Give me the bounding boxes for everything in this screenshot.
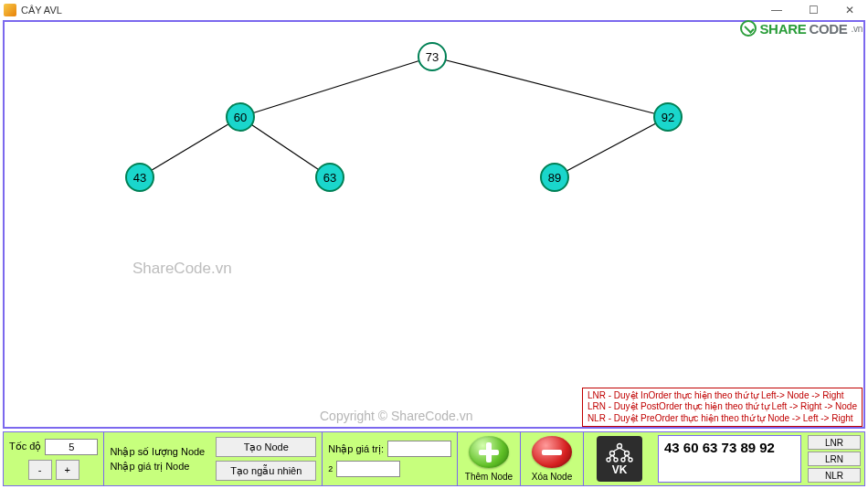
control-bar: Tốc độ - + Nhập số lượng Node Nhập giá t… bbox=[3, 431, 865, 486]
vk-panel: VK bbox=[583, 432, 655, 485]
vk-text: VK bbox=[612, 463, 628, 476]
tree-node-92[interactable]: 92 bbox=[654, 103, 682, 131]
window-controls: — ☐ ✕ bbox=[758, 0, 868, 20]
tree-icon bbox=[606, 442, 633, 462]
tree-edge bbox=[566, 123, 656, 171]
input-value2-prefix: 2 bbox=[328, 464, 333, 473]
svg-text:63: 63 bbox=[323, 171, 336, 185]
app-icon bbox=[4, 4, 16, 16]
tree-node-89[interactable]: 89 bbox=[541, 164, 568, 191]
brand-tld: .vn bbox=[852, 24, 863, 34]
svg-text:89: 89 bbox=[548, 171, 561, 185]
tree-node-63[interactable]: 63 bbox=[316, 164, 344, 191]
delete-node-button[interactable] bbox=[532, 436, 572, 468]
brand-part-a: SHARE bbox=[759, 21, 806, 37]
svg-line-20 bbox=[619, 448, 626, 452]
tree-node-73[interactable]: 73 bbox=[418, 43, 446, 70]
legend-lrn: LRN - Duyệt PostOrder thực hiện theo thứ… bbox=[587, 401, 857, 413]
delete-panel: Xóa Node bbox=[520, 432, 583, 485]
tree-edge bbox=[446, 60, 655, 114]
tree-canvas: 736092436389 ShareCode.vn bbox=[3, 20, 865, 429]
svg-text:73: 73 bbox=[426, 50, 439, 64]
create-random-button[interactable]: Tạo ngẫu nhiên bbox=[216, 461, 316, 481]
tree-edge bbox=[251, 124, 318, 169]
traversal-result: 43 60 63 73 89 92 bbox=[658, 435, 801, 483]
svg-point-18 bbox=[629, 458, 632, 462]
legend-nlr: NLR - Duyệt PreOrder thực hiện theo thứ … bbox=[587, 413, 857, 425]
vk-badge[interactable]: VK bbox=[597, 436, 642, 482]
window-titlebar: CÂY AVL — ☐ ✕ bbox=[0, 0, 868, 20]
traversal-legend: LNR - Duyệt InOrder thực hiện theo thứ t… bbox=[582, 388, 863, 428]
tree-node-60[interactable]: 60 bbox=[227, 103, 254, 131]
svg-point-15 bbox=[607, 458, 610, 462]
lrn-button[interactable]: LRN bbox=[808, 452, 861, 466]
speed-panel: Tốc độ - + bbox=[4, 432, 103, 485]
value-input-panel: Nhập giá trị: 2 bbox=[322, 432, 457, 485]
window-title: CÂY AVL bbox=[21, 5, 62, 16]
add-panel: Thêm Node bbox=[457, 432, 520, 485]
node-input-panel: Nhập số lượng Node Nhập giá trị Node bbox=[103, 432, 210, 485]
generate-panel: Tạo Node Tạo ngẫu nhiên bbox=[210, 432, 322, 485]
speed-label: Tốc độ bbox=[9, 441, 41, 452]
center-watermark: ShareCode.vn bbox=[132, 260, 232, 278]
create-node-button[interactable]: Tạo Node bbox=[216, 437, 316, 457]
tree-edge bbox=[152, 124, 228, 171]
brand-part-b: CODE bbox=[809, 21, 847, 37]
add-node-label: Thêm Node bbox=[465, 472, 513, 482]
speed-input[interactable] bbox=[45, 439, 98, 455]
node-count-label: Nhập số lượng Node bbox=[110, 446, 205, 458]
svg-point-12 bbox=[617, 443, 621, 448]
window-minimize-button[interactable]: — bbox=[758, 0, 795, 20]
delete-node-label: Xóa Node bbox=[532, 472, 572, 482]
tree-svg: 736092436389 bbox=[5, 22, 863, 427]
svg-point-16 bbox=[614, 458, 618, 462]
svg-text:92: 92 bbox=[662, 111, 674, 124]
node-value-label: Nhập giá trị Node bbox=[110, 461, 205, 473]
search-value2-input[interactable] bbox=[336, 461, 400, 477]
window-close-button[interactable]: ✕ bbox=[831, 0, 868, 20]
tree-edge bbox=[253, 60, 418, 112]
svg-text:60: 60 bbox=[234, 111, 247, 124]
input-value-label: Nhập giá trị: bbox=[328, 443, 384, 455]
svg-line-19 bbox=[613, 448, 619, 452]
tree-node-43[interactable]: 43 bbox=[126, 164, 153, 191]
svg-text:43: 43 bbox=[133, 171, 146, 185]
search-value-input[interactable] bbox=[387, 441, 451, 457]
nlr-button[interactable]: NLR bbox=[808, 468, 861, 483]
brand-watermark: SHARECODE.vn bbox=[740, 20, 863, 37]
window-maximize-button[interactable]: ☐ bbox=[795, 0, 831, 20]
speed-decrease-button[interactable]: - bbox=[28, 460, 52, 480]
legend-lnr: LNR - Duyệt InOrder thực hiện theo thứ t… bbox=[587, 390, 857, 402]
gear-icon bbox=[740, 20, 757, 37]
speed-increase-button[interactable]: + bbox=[56, 460, 79, 480]
traversal-buttons: LNR LRN NLR bbox=[804, 432, 864, 485]
lnr-button[interactable]: LNR bbox=[808, 435, 861, 450]
svg-point-17 bbox=[621, 458, 625, 462]
add-node-button[interactable] bbox=[469, 436, 509, 468]
